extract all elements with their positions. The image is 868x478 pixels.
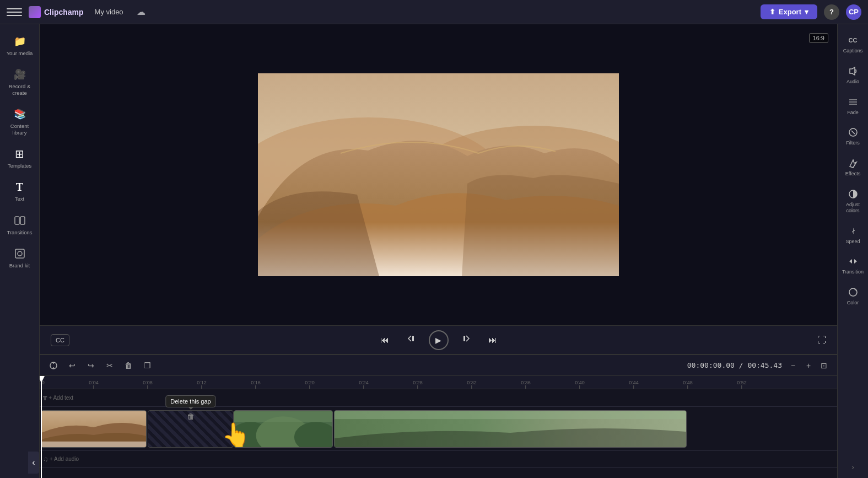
video-preview [258,73,619,276]
svg-rect-21 [335,411,686,419]
filters-label: Filters [846,140,860,146]
audio-track-row: ♫ + Add audio [40,451,837,468]
fullscreen-icon: ⛶ [817,335,826,345]
audio-icon [847,65,859,77]
video-clip-1[interactable] [41,410,147,448]
sidebar-label-templates: Templates [8,163,31,169]
logo-icon [29,6,41,18]
export-button[interactable]: ⬆ Export ▾ [761,4,817,19]
ruler-mark-40: 0:40 [575,380,585,389]
ruler-mark-4: 0:04 [89,380,99,389]
sidebar-item-transitions[interactable]: Transitions [2,209,37,240]
cut-button[interactable]: ✂ [103,358,117,373]
current-time: 00:00:00.00 / 00:45.43 [687,361,782,369]
zoom-in-button[interactable]: + [802,359,815,372]
rewind-button[interactable] [402,331,420,349]
forward-icon [461,333,472,347]
svg-rect-1 [20,217,25,224]
transition-panel[interactable]: Transition [840,251,866,280]
sidebar-item-your-media[interactable]: 📁 Your media [2,30,37,61]
sidebar-item-content-library[interactable]: 📚 Content library [2,103,37,140]
playhead[interactable] [41,376,42,478]
redo-button[interactable]: ↪ [84,358,98,373]
video-clip-3[interactable] [334,410,687,448]
audio-panel[interactable]: Audio [840,61,866,89]
delete-button[interactable]: 🗑 [121,358,136,373]
skip-forward-icon: ⏭ [488,335,497,345]
filters-icon [847,126,859,138]
ruler-mark-48: 0:48 [683,380,693,389]
timeline: ↩ ↪ ✂ 🗑 ❐ 00:00:00.00 / 00:45.43 − + ⊡ [40,354,837,478]
topbar: Clipchamp My video ☁ ⬆ Export ▾ ? CP [0,0,868,24]
sidebar-collapse-btn[interactable]: ‹ [28,452,39,474]
color-label: Color [847,300,859,306]
cloud-icon[interactable]: ☁ [134,6,148,19]
sidebar-label-transitions: Transitions [7,229,32,235]
fit-zoom-button[interactable]: ⊡ [817,359,831,372]
timeline-ruler: 0:00 0:04 0:08 0:12 0:16 0:20 0:24 0:28 … [40,376,837,389]
main-area: 📁 Your media 🎥 Record & create 📚 Content… [0,24,868,478]
right-sidebar-collapse[interactable]: › [849,460,856,474]
add-text-label[interactable]: T + Add text [43,395,73,401]
video-clip-2[interactable] [234,410,333,448]
effects-panel[interactable]: Effects [840,153,866,181]
color-icon [847,286,859,298]
ratio-badge: 16:9 [809,33,828,43]
sidebar-label-content-library: Content library [4,123,35,136]
add-audio-label[interactable]: ♫ + Add audio [43,455,79,463]
skip-back-icon: ⏮ [380,335,389,345]
captions-icon: CC [847,34,859,46]
sidebar-item-text[interactable]: T Text [2,175,37,206]
timeline-tracks: 0:00 0:04 0:08 0:12 0:16 0:20 0:24 0:28 … [40,376,837,478]
text-track-row: T + Add text [40,389,837,407]
sidebar-item-templates[interactable]: ⊞ Templates [2,142,37,173]
undo-button[interactable]: ↩ [65,358,79,373]
timeline-zoom-controls: − + ⊡ [786,359,831,372]
user-avatar[interactable]: CP [846,4,861,20]
ruler-mark-16: 0:16 [251,380,261,389]
subtitles-button[interactable]: CC [51,334,69,346]
svg-marker-22 [850,67,855,75]
speed-panel[interactable]: Speed [840,221,866,249]
transition-icon [847,255,859,267]
forward-button[interactable] [457,331,475,349]
play-button[interactable]: ▶ [429,330,449,350]
gap-tooltip: Delete this gap [165,395,215,407]
duplicate-button[interactable]: ❐ [140,358,154,373]
video-track-row: Delete this gap 🗑 [40,407,837,451]
fade-icon [847,96,859,108]
rewind-icon [406,333,417,347]
collapse-icon: ‹ [32,458,35,468]
app-name: Clipchamp [44,8,84,17]
snap-tool-button[interactable] [46,358,61,373]
skip-back-button[interactable]: ⏮ [376,331,393,349]
help-button[interactable]: ? [824,4,839,20]
center-area: 16:9 CC ⏮ ▶ ⏭ [40,24,837,478]
sidebar-item-record-create[interactable]: 🎥 Record & create [2,63,37,100]
hamburger-menu[interactable] [7,4,22,20]
gap-block[interactable]: Delete this gap 🗑 [148,410,234,448]
app-logo[interactable]: Clipchamp [29,6,84,18]
ruler-mark-32: 0:32 [467,380,477,389]
sidebar-label-brand-kit: Brand kit [9,262,30,268]
skip-forward-button[interactable]: ⏭ [484,331,502,349]
subtitles-icon: CC [56,337,64,343]
sidebar-item-brand-kit[interactable]: Brand kit [2,242,37,273]
svg-rect-0 [15,217,19,224]
speed-icon [847,225,859,237]
sidebar-label-text: Text [15,196,24,202]
timeline-content: 0:00 0:04 0:08 0:12 0:16 0:20 0:24 0:28 … [40,376,837,478]
text-icon: T [13,180,27,194]
project-name[interactable]: My video [90,6,128,18]
transition-label: Transition [842,269,864,275]
color-panel[interactable]: Color [840,282,866,310]
filters-panel[interactable]: Filters [840,122,866,151]
captions-panel[interactable]: CC Captions [840,30,866,58]
svg-rect-14 [41,442,146,448]
fade-panel[interactable]: Fade [840,92,866,120]
ruler-mark-8: 0:08 [143,380,153,389]
zoom-out-button[interactable]: − [786,359,800,372]
adjust-colors-icon [847,188,859,200]
adjust-colors-panel[interactable]: Adjust colors [840,184,866,218]
fullscreen-button[interactable]: ⛶ [817,335,826,345]
